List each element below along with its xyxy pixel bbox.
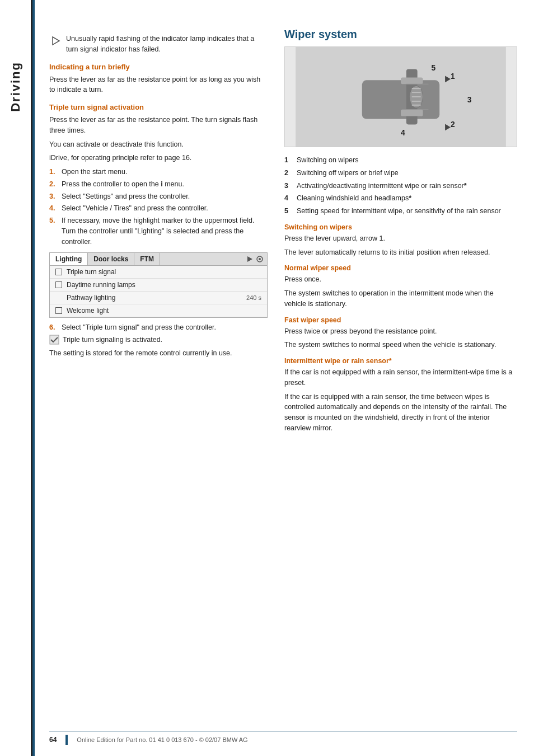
triple-signal-body1: Press the lever as far as the resistance… <box>49 115 268 136</box>
item-row-4: 4 Cleaning windshield and headlamps* <box>284 193 517 204</box>
pathway-value: 240 s <box>246 294 261 301</box>
idrive-row-triple: Triple turn signal <box>50 266 267 279</box>
daytime-label: Daytime running lamps <box>67 281 135 289</box>
turn-signal-icon <box>49 35 62 47</box>
idrive-row-welcome: Welcome light <box>50 304 267 317</box>
item-list: 1 Switching on wipers 2 Switching off wi… <box>284 155 517 217</box>
idrive-tab-lighting: Lighting <box>50 253 88 265</box>
item-row-5: 5 Setting speed for intermittent wipe, o… <box>284 206 517 217</box>
sidebar-label: Driving <box>8 62 23 112</box>
svg-text:5: 5 <box>431 63 435 72</box>
triple-signal-body2: You can activate or deactivate this func… <box>49 139 268 150</box>
sidebar: Driving <box>0 0 32 756</box>
switching-on-heading: Switching on wipers <box>284 223 517 231</box>
list-text-5: If necessary, move the highlight marker … <box>62 215 268 247</box>
step6-num: 6. <box>49 323 58 331</box>
list-item-1: 1. Open the start menu. <box>49 167 268 177</box>
idrive-tab-ftm: FTM <box>134 253 160 265</box>
list-num-2: 2. <box>49 179 58 190</box>
svg-rect-8 <box>401 77 423 84</box>
play-icon <box>246 255 254 263</box>
step6-text: Select "Triple turn signal" and press th… <box>62 323 216 331</box>
item-num-5: 5 <box>284 206 292 217</box>
idrive-ref: iDrive, for operating principle refer to… <box>49 153 268 163</box>
list-text-1: Open the start menu. <box>62 167 127 177</box>
footer-text: Online Edition for Part no. 01 41 0 013 … <box>77 736 247 743</box>
fast-speed-heading: Fast wiper speed <box>284 316 517 324</box>
footer: 64 Online Edition for Part no. 01 41 0 0… <box>49 731 517 745</box>
step6-block: 6. Select "Triple turn signal" and press… <box>49 323 268 331</box>
wiper-system-heading: Wiper system <box>284 28 517 41</box>
right-column: Wiper system 1 <box>284 28 517 437</box>
item-text-2: Switching off wipers or brief wipe <box>297 168 399 179</box>
svg-marker-1 <box>247 256 252 262</box>
item-text-4: Cleaning windshield and headlamps* <box>297 193 411 204</box>
checkmark-line: Triple turn signaling is activated. <box>49 335 268 345</box>
idrive-row-daytime: Daytime running lamps <box>50 279 267 292</box>
left-column: Unusually rapid flashing of the indicato… <box>49 28 268 437</box>
svg-marker-0 <box>53 37 59 45</box>
wiper-diagram: 1 2 3 4 5 <box>284 46 517 147</box>
main-content: Unusually rapid flashing of the indicato… <box>32 0 534 756</box>
list-item-4: 4. Select "Vehicle / Tires" and press th… <box>49 203 268 214</box>
item-row-2: 2 Switching off wipers or brief wipe <box>284 168 517 179</box>
svg-rect-9 <box>401 110 423 116</box>
item-text-1: Switching on wipers <box>297 155 358 166</box>
svg-point-3 <box>259 258 261 260</box>
sidebar-blue-bar <box>32 0 35 756</box>
list-num-1: 1. <box>49 167 58 177</box>
switching-on-body1: Press the lever upward, arrow 1. <box>284 233 517 244</box>
footer-page-num: 64 <box>49 736 57 744</box>
item-num-1: 1 <box>284 155 292 166</box>
list-num-3: 3. <box>49 191 58 202</box>
list-num-5: 5. <box>49 215 58 247</box>
item-num-3: 3 <box>284 181 292 191</box>
indicating-turn-heading: Indicating a turn briefly <box>49 63 268 71</box>
list-text-4: Select "Vehicle / Tires" and press the c… <box>62 203 208 214</box>
intermittent-body1: If the car is not equipped with a rain s… <box>284 367 517 388</box>
normal-speed-body2: The system switches to operation in the … <box>284 288 517 309</box>
list-text-2: Press the controller to open the i menu. <box>62 179 184 190</box>
checkbox-triple <box>55 269 62 275</box>
list-text-3: Select "Settings" and press the controll… <box>62 191 190 202</box>
indicator-block: Unusually rapid flashing of the indicato… <box>49 34 268 55</box>
pathway-label: Pathway lighting <box>67 294 115 302</box>
welcome-label: Welcome light <box>67 307 109 314</box>
item-text-3: Activating/deactivating intermittent wip… <box>297 181 467 191</box>
intermittent-heading: Intermittent wipe or rain sensor* <box>284 357 517 365</box>
checkbox-daytime <box>55 281 62 288</box>
triple-label: Triple turn signal <box>67 268 116 276</box>
item-num-4: 4 <box>284 193 292 204</box>
item-row-1: 1 Switching on wipers <box>284 155 517 166</box>
idrive-menu: Lighting Door locks FTM Triple turn sign… <box>49 252 268 318</box>
intermittent-body2: If the car is equipped with a rain senso… <box>284 392 517 434</box>
footer-divider <box>65 735 68 745</box>
svg-text:4: 4 <box>401 128 405 137</box>
item-num-2: 2 <box>284 168 292 179</box>
checkmark-text: Triple turn signaling is activated. <box>63 336 162 344</box>
numbered-list: 1. Open the start menu. 2. Press the con… <box>49 167 268 247</box>
idrive-menu-header: Lighting Door locks FTM <box>50 253 267 266</box>
checkmark-icon <box>49 335 59 345</box>
normal-speed-body1: Press once. <box>284 274 517 285</box>
list-item-3: 3. Select "Settings" and press the contr… <box>49 191 268 202</box>
normal-speed-heading: Normal wiper speed <box>284 264 517 272</box>
list-num-4: 4. <box>49 203 58 214</box>
svg-text:1: 1 <box>451 72 455 81</box>
indicator-text: Unusually rapid flashing of the indicato… <box>66 34 268 55</box>
svg-text:3: 3 <box>467 95 472 104</box>
list-item-2: 2. Press the controller to open the i me… <box>49 179 268 190</box>
two-column-layout: Unusually rapid flashing of the indicato… <box>49 28 517 437</box>
fast-speed-body2: The system switches to normal speed when… <box>284 340 517 350</box>
triple-signal-heading: Triple turn signal activation <box>49 103 268 111</box>
idrive-tab-doorlocks: Door locks <box>88 253 134 265</box>
settings-icon <box>256 255 264 263</box>
item-text-5: Setting speed for intermittent wipe, or … <box>297 206 501 217</box>
svg-text:2: 2 <box>451 120 455 129</box>
idrive-row-pathway: Pathway lighting 240 s <box>50 292 267 304</box>
setting-stored-text: The setting is stored for the remote con… <box>49 348 268 359</box>
indicating-turn-body: Press the lever as far as the resistance… <box>49 74 268 96</box>
fast-speed-body1: Press twice or press beyond the resistan… <box>284 326 517 337</box>
checkbox-welcome <box>55 307 62 314</box>
switching-on-body2: The lever automatically returns to its i… <box>284 247 517 258</box>
